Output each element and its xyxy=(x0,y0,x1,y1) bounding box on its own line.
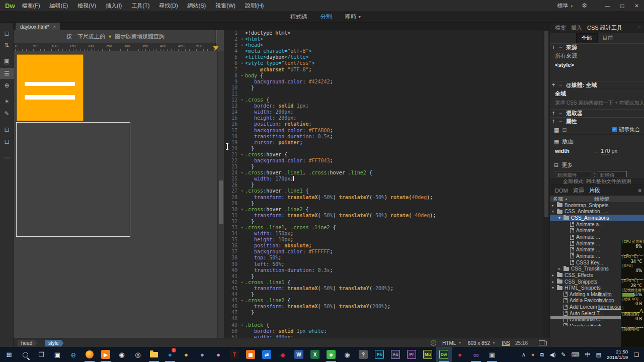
style-rendering-icon[interactable]: ✎ xyxy=(0,108,14,119)
add-selector-button[interactable]: + xyxy=(550,110,557,117)
code-line[interactable]: 26 } xyxy=(224,182,543,188)
expand-arrow-icon[interactable]: ▸ xyxy=(552,280,557,284)
task-view-icon[interactable]: ❐ xyxy=(33,347,49,362)
live-view-scrollbar[interactable] xyxy=(217,51,224,338)
tag-selector-head[interactable]: head xyxy=(18,340,37,346)
code-text[interactable]: <title>daybox</title> xyxy=(245,54,308,60)
snippet-row[interactable]: ▾CSS_Animations xyxy=(550,215,644,221)
snippet-trigger-link[interactable]: favicon xyxy=(598,298,614,303)
notification-center-icon[interactable]: ❑ xyxy=(634,351,639,358)
code-text[interactable]: } xyxy=(245,219,254,225)
code-line[interactable]: 9 background-color: #424242; xyxy=(224,79,543,85)
code-text[interactable]: .cross:hover { xyxy=(245,152,287,158)
snippet-row[interactable]: ▸Bootstrap_Snippets xyxy=(550,202,644,209)
discord-icon[interactable]: ● xyxy=(194,347,210,362)
scrollbar-thumb[interactable] xyxy=(544,31,548,217)
expand-arrow-icon[interactable]: ▾ xyxy=(552,286,557,290)
photoshop-icon[interactable]: Ps xyxy=(371,347,387,362)
code-line[interactable]: 4<meta charset="utf-8"> xyxy=(224,48,543,54)
code-text[interactable]: width: 300px; xyxy=(245,334,293,338)
code-line[interactable]: 16 position: relative; xyxy=(224,121,543,127)
code-text[interactable]: background-color: #424242; xyxy=(245,79,333,85)
display-icon[interactable]: ⧉ xyxy=(540,352,544,357)
chevron-down-icon[interactable]: ▾ xyxy=(359,15,361,19)
menu-item[interactable]: 視窗(W) xyxy=(215,2,235,10)
code-line[interactable]: 33▾.cross .line1, .cross .line2 { xyxy=(224,225,543,231)
code-text[interactable]: position: absolute; xyxy=(245,243,311,249)
palette-app-icon[interactable]: ● xyxy=(178,347,194,362)
tab-dom[interactable]: DOM xyxy=(555,188,568,194)
snippet-trigger-link[interactable]: mailto xyxy=(598,292,612,297)
code-text[interactable]: width: 170px; xyxy=(245,176,294,182)
menu-item[interactable]: 編輯(E) xyxy=(50,2,68,10)
tray-expand-icon[interactable]: ∧ xyxy=(522,352,526,357)
add-source-button[interactable]: + xyxy=(550,44,557,51)
code-text[interactable]: .cross:hover .line2 { xyxy=(245,207,308,213)
code-text[interactable]: .cross:hover .line1 { xyxy=(245,188,308,194)
taskbar-clock[interactable]: 21:50 2018/1/19 xyxy=(607,349,628,360)
close-button[interactable]: ✕ xyxy=(629,3,644,9)
code-text[interactable]: height: 200px; xyxy=(245,115,296,121)
snippet-row[interactable]: Animate a... xyxy=(550,221,644,228)
tab-css-designer[interactable]: CSS 設計工具 xyxy=(587,24,622,32)
menu-item[interactable]: 網站(S) xyxy=(188,2,206,10)
code-text[interactable]: <html> xyxy=(245,36,263,42)
keyboard-icon[interactable]: ⌨ xyxy=(572,352,580,357)
code-line[interactable]: 21▾.cross:hover { xyxy=(224,152,543,158)
preview-block-box[interactable] xyxy=(16,122,130,237)
code-line[interactable]: 50 border: solid 1px white; xyxy=(224,328,543,334)
fold-arrow-icon[interactable]: ▾ xyxy=(239,152,245,158)
code-line[interactable]: 10 } xyxy=(224,85,543,91)
firefox-icon[interactable] xyxy=(82,347,98,362)
code-line[interactable]: 5<title>daybox</title> xyxy=(224,54,543,60)
code-line[interactable]: 12▾.cross { xyxy=(224,97,543,103)
code-text[interactable]: .cross .line2 { xyxy=(245,298,290,304)
more-tools-icon[interactable]: ⋯ xyxy=(0,152,14,163)
snippets-icon[interactable]: ✶ xyxy=(0,96,14,107)
code-line[interactable]: 7 @charset "UTF-8"; xyxy=(224,67,543,73)
scrollbar-thumb[interactable] xyxy=(550,316,621,319)
code-text[interactable]: <head> xyxy=(245,42,263,48)
code-line[interactable]: 8▾body { xyxy=(224,73,543,79)
code-line[interactable]: 22 background-color: #FF7043; xyxy=(224,158,543,164)
tab-code-view[interactable]: 程式碼 xyxy=(290,13,307,21)
close-icon[interactable]: × xyxy=(53,24,56,29)
add-property-button[interactable]: + xyxy=(550,118,557,125)
remove-comment-icon[interactable]: ⊟ xyxy=(0,136,14,147)
code-line[interactable]: 24▾.cross:hover .line1, .cross:hover .li… xyxy=(224,170,543,176)
code-line[interactable]: 37 background-color: #FFFFFF; xyxy=(224,249,543,255)
scrollbar-thumb[interactable] xyxy=(219,180,223,224)
menu-item[interactable]: 說明(H) xyxy=(245,2,264,10)
code-text[interactable]: transform: translateX(-50%) translateY(-… xyxy=(245,213,436,219)
code-line[interactable]: 42▾.cross .line1 { xyxy=(224,280,543,286)
search-icon[interactable] xyxy=(17,347,33,362)
panel-menu-icon[interactable]: ≡ xyxy=(638,25,641,31)
code-text[interactable]: <meta charset="utf-8"> xyxy=(245,48,311,54)
code-line[interactable]: 45▾.cross .line2 { xyxy=(224,298,543,304)
code-line[interactable]: 1<!doctype html> xyxy=(224,30,543,36)
code-line[interactable]: 29 } xyxy=(224,201,543,207)
code-line[interactable]: 35 height: 10px; xyxy=(224,237,543,243)
code-line[interactable]: 6▾<style type="text/css"> xyxy=(224,60,543,66)
code-line[interactable]: 25 width: 170px; xyxy=(224,176,543,182)
code-text[interactable]: position: relative; xyxy=(245,121,311,127)
live-preview[interactable] xyxy=(14,51,217,338)
language-dropdown[interactable]: HTML▾ xyxy=(442,340,461,346)
word-icon[interactable]: W xyxy=(291,347,307,362)
chat-app-icon[interactable]: ●1 xyxy=(162,347,178,362)
code-text[interactable]: top: 50%; xyxy=(245,255,281,261)
fold-arrow-icon[interactable]: ▾ xyxy=(239,298,245,304)
source-all-item[interactable]: 所有來源 xyxy=(550,51,644,61)
ime-lang-indicator[interactable]: 中 xyxy=(585,352,590,357)
preview-cross-box[interactable] xyxy=(17,54,84,121)
fold-arrow-icon[interactable]: ▾ xyxy=(239,97,245,103)
code-line[interactable]: 46 transform: translateX(-50%) translate… xyxy=(224,304,543,310)
menu-item[interactable]: 檢視(V) xyxy=(77,2,96,10)
code-line[interactable]: 34 width: 150px; xyxy=(224,231,543,237)
audition-icon[interactable]: Au xyxy=(387,347,404,362)
spiral-app-icon[interactable]: ◉ xyxy=(339,347,355,362)
media-query-triangle-icon[interactable] xyxy=(213,46,219,50)
expand-arrow-icon[interactable]: ▾ xyxy=(552,209,557,214)
tab-insert[interactable]: 插入 xyxy=(571,24,582,32)
remove-selector-button[interactable]: − xyxy=(557,110,564,117)
